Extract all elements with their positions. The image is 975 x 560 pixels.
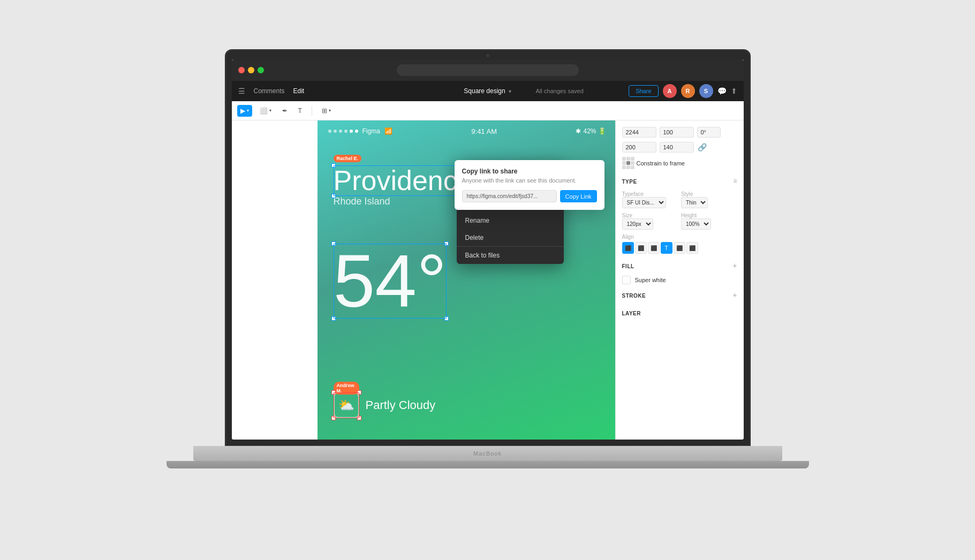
constrain-label: Constrain to frame <box>637 160 685 167</box>
weather-section: Andrew M. ⛅ Partl <box>334 392 436 418</box>
temp-handle-bl <box>331 316 336 321</box>
frame-tool-button[interactable]: ⬜ ▾ <box>256 105 275 117</box>
hamburger-menu-icon[interactable]: ☰ <box>238 87 245 95</box>
avatar-r[interactable]: R <box>681 84 695 98</box>
toolbar-separator <box>312 106 312 116</box>
pen-tool-button[interactable]: ✒ <box>279 105 291 117</box>
traffic-lights <box>238 67 264 73</box>
minimize-button[interactable] <box>248 67 254 73</box>
fill-section-header: FILL + <box>622 258 737 273</box>
grid-tool-icon: ⊞ <box>322 107 327 115</box>
select-tool-arrow: ▾ <box>247 108 249 113</box>
comment-bubble-andrew: Andrew M. <box>334 382 359 395</box>
menu-back-to-files[interactable]: Back to files <box>457 246 564 264</box>
x-input[interactable] <box>622 127 656 138</box>
height-wrapper: Height 100% <box>681 213 737 230</box>
width-input[interactable] <box>622 142 656 153</box>
share-popup-title: Copy link to share <box>462 168 597 175</box>
file-title[interactable]: Square design ▾ <box>464 87 511 95</box>
fill-color-swatch[interactable] <box>622 276 631 284</box>
comments-menu-item[interactable]: Comments <box>254 87 285 95</box>
link-icon[interactable]: 🔗 <box>697 142 708 153</box>
rotation-input[interactable] <box>697 127 721 138</box>
weather-description: Partly Cloudy <box>366 398 436 412</box>
align-center-h-button[interactable]: ⬛ <box>635 242 647 254</box>
fill-color-row: Super white <box>622 276 737 284</box>
file-title-text: Square design <box>464 87 505 95</box>
height-input[interactable] <box>660 142 694 153</box>
screen-content: ☰ Comments Edit Square design ▾ All chan… <box>232 59 744 440</box>
toolbar: ▶ ▾ ⬜ ▾ ✒ T ⊞ ▾ <box>232 101 744 120</box>
signal-dot-2 <box>334 130 337 133</box>
align-center-v-button[interactable]: ⬛ <box>674 242 685 254</box>
macbook-container: ☰ Comments Edit Square design ▾ All chan… <box>167 50 809 510</box>
title-bar <box>232 59 744 81</box>
wifi-icon: 📶 <box>384 127 392 135</box>
stroke-label: STROKE <box>622 293 646 299</box>
select-tool-icon: ▶ <box>240 107 245 115</box>
share-button[interactable]: Share <box>629 85 658 97</box>
phone-status-bar: Figma 📶 9:41 AM ✱ 42% 🔋 <box>318 120 615 142</box>
share-link-input[interactable] <box>462 190 557 202</box>
weather-handle-bl <box>331 416 336 420</box>
fill-label: FILL <box>622 263 634 269</box>
temp-selection: 54° <box>334 244 447 319</box>
align-left-button[interactable]: ⬛ <box>622 242 634 254</box>
stroke-add-icon[interactable]: + <box>732 291 737 299</box>
avatar-a[interactable]: A <box>663 84 677 98</box>
style-select[interactable]: Thin <box>681 197 708 208</box>
layer-label: LAYER <box>622 311 641 316</box>
menu-rename[interactable]: Rename <box>457 212 564 229</box>
text-tool-button[interactable]: T <box>295 105 305 117</box>
menu-bar: ☰ Comments Edit Square design ▾ All chan… <box>232 81 744 101</box>
battery-percent: 42% <box>583 127 596 135</box>
typeface-select[interactable]: SF UI Dis... <box>622 197 666 208</box>
present-icon[interactable]: ⬆ <box>731 87 737 95</box>
copy-link-button[interactable]: Copy Link <box>560 190 597 202</box>
share-popup: Copy link to share Anyone with the link … <box>455 160 604 210</box>
menu-rename-label: Rename <box>465 217 489 224</box>
y-input[interactable] <box>660 127 694 138</box>
share-link-row: Copy Link <box>462 190 597 202</box>
share-popup-description: Anyone with the link can see this docume… <box>462 177 597 184</box>
align-top-button[interactable]: T <box>661 242 672 254</box>
size-wrapper: Size 120px <box>622 213 678 230</box>
height-select[interactable]: 100% <box>681 218 711 230</box>
title-dropdown-arrow[interactable]: ▾ <box>509 88 511 94</box>
menu-back-label: Back to files <box>465 252 500 259</box>
type-options-icon[interactable]: ≡ <box>733 177 737 185</box>
signal-dot-5 <box>350 130 353 133</box>
menu-delete-label: Delete <box>465 234 484 241</box>
select-tool-button[interactable]: ▶ ▾ <box>237 105 252 117</box>
temp-handle-tl <box>331 241 336 246</box>
canvas-left-area <box>232 120 318 440</box>
edit-menu-item[interactable]: Edit <box>293 87 305 95</box>
maximize-button[interactable] <box>258 67 264 73</box>
save-status: All changes saved <box>536 88 584 94</box>
temperature-wrapper: 54° <box>334 244 447 319</box>
camera-dot <box>486 54 489 57</box>
menu-delete[interactable]: Delete <box>457 229 564 246</box>
close-button[interactable] <box>238 67 245 73</box>
align-right-button[interactable]: ⬛ <box>648 242 660 254</box>
signal-dot-1 <box>328 130 331 133</box>
macbook-base <box>193 446 782 461</box>
comment-icon[interactable]: 💬 <box>717 87 727 95</box>
signal-dot-4 <box>344 130 347 133</box>
canvas[interactable]: Figma 📶 9:41 AM ✱ 42% 🔋 <box>232 120 615 440</box>
sel-handle-tl <box>331 163 336 168</box>
bluetooth-icon: ✱ <box>576 127 581 135</box>
align-bottom-button[interactable]: ⬛ <box>686 242 698 254</box>
weather-handle-tl <box>331 390 336 395</box>
grid-tool-button[interactable]: ⊞ ▾ <box>319 105 334 117</box>
pen-tool-icon: ✒ <box>282 107 288 115</box>
avatar-s[interactable]: S <box>699 84 713 98</box>
phone-brand-label: Figma <box>362 127 380 135</box>
weather-icon: ⛅ <box>334 392 359 418</box>
address-bar[interactable] <box>397 64 579 76</box>
text-tool-icon: T <box>298 107 302 115</box>
fill-add-icon[interactable]: + <box>732 261 737 270</box>
grid-tool-arrow: ▾ <box>329 108 331 113</box>
figma-ui: ☰ Comments Edit Square design ▾ All chan… <box>232 59 744 440</box>
size-select[interactable]: 120px <box>622 218 653 230</box>
